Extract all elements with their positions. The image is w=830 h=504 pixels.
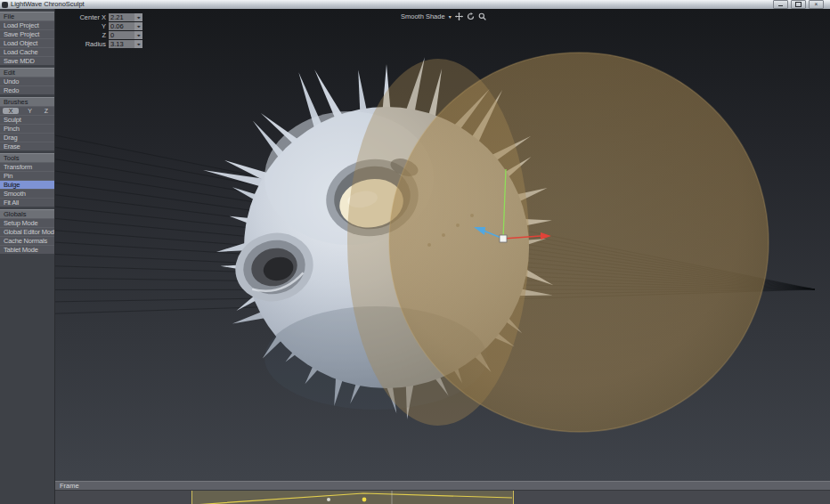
section-edit: Edit Undo Redo <box>0 68 54 94</box>
rotate-icon[interactable] <box>467 12 475 20</box>
viewport-canvas-art <box>55 9 830 481</box>
sidebar-item-load-project[interactable]: Load Project <box>0 20 54 29</box>
sidebar-item-fit-all[interactable]: Fit All <box>0 198 54 207</box>
viewport-3d[interactable]: Center X 2.21 ◂▸ Y 0.06 ◂▸ Z 0 ◂▸ Radius… <box>55 9 830 481</box>
sidebar-item-smooth[interactable]: Smooth <box>0 189 54 198</box>
maximize-button[interactable] <box>791 0 806 9</box>
section-header-file: File <box>0 12 54 20</box>
stepper-icon[interactable]: ◂▸ <box>134 31 142 39</box>
sidebar-item-setup-mode[interactable]: Setup Mode <box>0 218 54 227</box>
section-header-brushes: Brushes <box>0 97 54 106</box>
radius-value: 3.13 <box>109 40 134 48</box>
center-x-field[interactable]: 2.21 ◂▸ <box>109 13 142 21</box>
axis-button-z[interactable]: Z <box>38 107 54 115</box>
section-globals: Globals Setup Mode Global Editor Mode Ca… <box>0 209 54 254</box>
zoom-icon[interactable] <box>478 12 486 20</box>
sidebar-item-sculpt[interactable]: Sculpt <box>0 115 54 124</box>
sidebar-item-load-cache[interactable]: Load Cache <box>0 47 54 56</box>
stepper-icon[interactable]: ◂▸ <box>134 13 142 21</box>
brush-fields: Center X 2.21 ◂▸ Y 0.06 ◂▸ Z 0 ◂▸ Radius… <box>67 12 142 48</box>
close-icon: × <box>815 2 818 7</box>
timeline-track[interactable] <box>55 490 830 504</box>
center-z-value: 0 <box>109 31 134 39</box>
frame-label: Frame <box>60 482 79 490</box>
brush-sphere <box>347 53 769 432</box>
sidebar-item-cache-normals[interactable]: Cache Normals <box>0 236 54 245</box>
sidebar-item-bulge[interactable]: Bulge <box>0 180 54 189</box>
minimize-icon <box>778 5 783 6</box>
sidebar-item-undo[interactable]: Undo <box>0 77 54 85</box>
sidebar: File Load Project Save Project Load Obje… <box>0 9 55 504</box>
sidebar-item-transform[interactable]: Transform <box>0 162 54 171</box>
center-z-field[interactable]: 0 ◂▸ <box>109 31 142 39</box>
section-brushes: Brushes X Y Z Sculpt Pinch Drag Erase <box>0 97 54 150</box>
axis-button-row: X Y Z <box>0 106 54 115</box>
center-y-value: 0.06 <box>109 22 134 30</box>
maximize-icon <box>795 2 802 7</box>
timeline-keyframe-region[interactable] <box>191 491 514 504</box>
sidebar-item-tablet-mode[interactable]: Tablet Mode <box>0 245 54 254</box>
timeline-curve <box>192 491 513 504</box>
close-button[interactable]: × <box>809 0 824 9</box>
stepper-icon[interactable]: ◂▸ <box>134 22 142 30</box>
center-y-label: Y <box>67 22 109 30</box>
app-icon <box>2 2 8 8</box>
keyframe-dot[interactable] <box>327 498 330 501</box>
section-header-tools: Tools <box>0 153 54 162</box>
axis-button-x[interactable]: X <box>3 108 19 114</box>
sidebar-item-load-object[interactable]: Load Object <box>0 38 54 47</box>
chevron-down-icon[interactable]: ▾ <box>449 13 452 20</box>
center-y-field[interactable]: 0.06 ◂▸ <box>109 22 142 30</box>
section-file: File Load Project Save Project Load Obje… <box>0 12 54 65</box>
sidebar-item-pin[interactable]: Pin <box>0 171 54 180</box>
keyframe-dot-selected[interactable] <box>362 498 367 502</box>
minimize-button[interactable] <box>773 0 788 9</box>
frame-bar: Frame <box>55 481 830 490</box>
sidebar-item-save-mdd[interactable]: Save MDD <box>0 56 54 65</box>
view-toolbar: Smooth Shade ▾ <box>401 12 486 20</box>
sidebar-item-redo[interactable]: Redo <box>0 85 54 94</box>
radius-label: Radius <box>67 40 109 48</box>
radius-field[interactable]: 3.13 ◂▸ <box>109 40 142 48</box>
sidebar-item-global-editor-mode[interactable]: Global Editor Mode <box>0 227 54 236</box>
sidebar-item-pinch[interactable]: Pinch <box>0 124 54 133</box>
pan-icon[interactable] <box>455 12 463 20</box>
title-bar: LightWave ChronoSculpt × <box>0 0 830 9</box>
stepper-icon[interactable]: ◂▸ <box>134 40 142 48</box>
center-z-label: Z <box>67 31 109 39</box>
axis-button-y[interactable]: Y <box>21 107 37 115</box>
center-x-value: 2.21 <box>109 13 134 21</box>
section-tools: Tools Transform Pin Bulge Smooth Fit All <box>0 153 54 207</box>
sidebar-item-erase[interactable]: Erase <box>0 142 54 150</box>
sidebar-item-drag[interactable]: Drag <box>0 133 54 142</box>
sidebar-item-save-project[interactable]: Save Project <box>0 29 54 38</box>
section-header-edit: Edit <box>0 68 54 77</box>
center-x-label: Center X <box>67 13 109 21</box>
window-title: LightWave ChronoSculpt <box>11 0 85 9</box>
shade-mode-dropdown[interactable]: Smooth Shade <box>401 12 445 20</box>
section-header-globals: Globals <box>0 209 54 218</box>
